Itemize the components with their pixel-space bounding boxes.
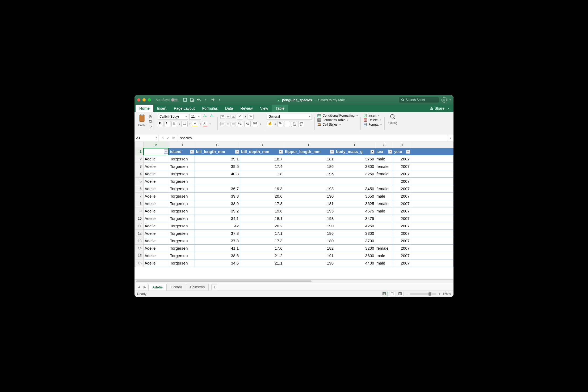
font-color-button[interactable]: A: [202, 121, 208, 127]
minimize-window-button[interactable]: [142, 98, 146, 101]
ribbon-tab-insert[interactable]: Insert: [153, 105, 170, 112]
cell[interactable]: Adelie: [143, 252, 169, 259]
cell[interactable]: Adelie: [143, 170, 169, 178]
accept-formula-icon[interactable]: ✓: [167, 136, 170, 140]
cell[interactable]: Adelie: [143, 222, 169, 230]
cell[interactable]: Adelie: [143, 245, 169, 252]
column-header[interactable]: A: [143, 142, 169, 148]
delete-cells-button[interactable]: Delete▾: [363, 118, 382, 122]
row-header[interactable]: 15: [135, 252, 144, 259]
zoom-in-button[interactable]: +: [439, 292, 440, 296]
cell[interactable]: [411, 163, 453, 170]
format-as-table-button[interactable]: Format as Table▾: [317, 118, 358, 122]
cell[interactable]: 2007: [393, 185, 411, 193]
cell[interactable]: [375, 215, 393, 222]
filter-dropdown-icon[interactable]: ▼: [406, 150, 410, 154]
wrap-text-icon[interactable]: [247, 114, 254, 120]
cell[interactable]: Torgersen: [169, 178, 195, 185]
ribbon-tab-view[interactable]: View: [256, 105, 272, 112]
sheet-tab[interactable]: Adelie: [148, 284, 167, 291]
column-header[interactable]: [411, 142, 453, 148]
filter-dropdown-icon[interactable]: ▼: [190, 150, 194, 154]
cell[interactable]: 17.6: [240, 245, 284, 252]
cell[interactable]: 181: [284, 200, 335, 207]
row-header[interactable]: 11: [135, 222, 144, 230]
filter-dropdown-icon[interactable]: ▼: [279, 150, 283, 154]
cell[interactable]: Adelie: [143, 163, 169, 170]
table-header-cell[interactable]: sex▼: [375, 148, 393, 155]
insert-cells-button[interactable]: Insert▾: [363, 114, 382, 117]
row-header[interactable]: 8: [135, 200, 144, 207]
cell[interactable]: 195: [284, 170, 335, 178]
ribbon-tab-review[interactable]: Review: [237, 105, 256, 112]
cell[interactable]: 3625: [335, 200, 375, 207]
namebox-stepper[interactable]: ▲▼: [155, 136, 157, 140]
cell[interactable]: 186: [284, 230, 335, 237]
zoom-out-button[interactable]: −: [406, 292, 408, 296]
cell[interactable]: [411, 148, 453, 155]
format-painter-icon[interactable]: [148, 125, 152, 130]
filter-dropdown-icon[interactable]: ▼: [164, 150, 168, 154]
decrease-font-icon[interactable]: A▾: [209, 114, 215, 120]
grid-scroll[interactable]: ABCDEFGH 1species▼island▼bill_length_mm▼…: [135, 142, 453, 279]
cell[interactable]: female: [375, 170, 393, 178]
cell[interactable]: male: [375, 155, 393, 163]
row-header[interactable]: 4: [135, 170, 144, 178]
cell[interactable]: 3650: [335, 193, 375, 200]
cell[interactable]: Adelie: [143, 237, 169, 245]
paste-button[interactable]: Paste: [137, 114, 147, 130]
cell[interactable]: 2007: [393, 230, 411, 237]
undo-dropdown-icon[interactable]: ▾: [203, 97, 209, 103]
ribbon-tab-table[interactable]: Table: [272, 105, 288, 112]
cell[interactable]: Torgersen: [169, 245, 195, 252]
cell[interactable]: 20.2: [240, 222, 284, 230]
row-header[interactable]: 7: [135, 193, 144, 200]
cell[interactable]: Torgersen: [169, 222, 195, 230]
normal-view-icon[interactable]: [382, 292, 388, 296]
font-name-select[interactable]: Calibri (Body): [158, 114, 188, 120]
row-header[interactable]: 10: [135, 215, 144, 222]
cell[interactable]: male: [375, 252, 393, 259]
cell[interactable]: 4400: [335, 259, 375, 267]
cell[interactable]: [411, 170, 453, 178]
cell[interactable]: [411, 193, 453, 200]
cell[interactable]: Torgersen: [169, 237, 195, 245]
cell[interactable]: Adelie: [143, 178, 169, 185]
cancel-formula-icon[interactable]: ✕: [161, 136, 164, 140]
cell[interactable]: 37.8: [195, 237, 240, 245]
cell[interactable]: 39.5: [195, 163, 240, 170]
cell[interactable]: male: [375, 259, 393, 267]
orientation-icon[interactable]: [237, 114, 243, 120]
cell[interactable]: 2007: [393, 222, 411, 230]
cell[interactable]: 186: [284, 163, 335, 170]
cell[interactable]: 182: [284, 245, 335, 252]
cell[interactable]: 21.2: [240, 252, 284, 259]
table-header-cell[interactable]: species▼: [143, 148, 169, 155]
cell[interactable]: [284, 178, 335, 185]
cell[interactable]: 2007: [393, 178, 411, 185]
cell[interactable]: 38.6: [195, 252, 240, 259]
column-header[interactable]: E: [284, 142, 335, 148]
cell[interactable]: Torgersen: [169, 207, 195, 215]
cell[interactable]: 18: [240, 170, 284, 178]
conditional-formatting-button[interactable]: Conditional Formatting▾: [317, 114, 358, 117]
cell[interactable]: [411, 237, 453, 245]
ribbon-tab-formulas[interactable]: Formulas: [199, 105, 221, 112]
italic-button[interactable]: I: [165, 121, 170, 127]
percent-format-icon[interactable]: %: [277, 121, 283, 127]
merge-center-icon[interactable]: [252, 121, 258, 127]
decrease-decimal-icon[interactable]: .00.0: [298, 121, 304, 127]
cell[interactable]: 181: [284, 155, 335, 163]
cell[interactable]: 2007: [393, 259, 411, 267]
close-window-button[interactable]: [137, 98, 140, 101]
editing-group[interactable]: Editing: [387, 114, 398, 125]
table-header-cell[interactable]: flipper_length_mm▼: [284, 148, 335, 155]
cell[interactable]: 34.1: [195, 215, 240, 222]
align-middle-icon[interactable]: [226, 115, 230, 118]
cell[interactable]: 193: [284, 185, 335, 193]
horizontal-scrollbar[interactable]: [135, 279, 453, 283]
cell[interactable]: Torgersen: [169, 185, 195, 193]
cell[interactable]: 2007: [393, 193, 411, 200]
select-all-corner[interactable]: [135, 142, 144, 148]
cell-styles-button[interactable]: Cell Styles▾: [317, 123, 358, 126]
